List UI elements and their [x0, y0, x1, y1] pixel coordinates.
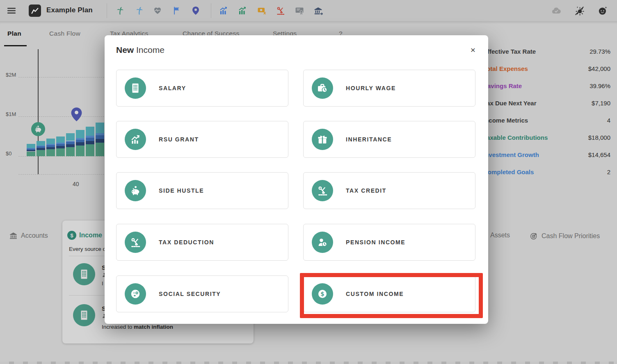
modal-title: New Income: [116, 45, 165, 55]
bank-icon: [9, 231, 18, 240]
bar-segment-teal-top: [96, 123, 104, 133]
certificate-icon[interactable]: [294, 5, 305, 16]
bar-segment-bottom-green: [76, 146, 85, 156]
income-item-detail: I: [102, 280, 103, 287]
metric-value: $14,654: [588, 151, 610, 158]
metric-label: Effective Tax Rate: [483, 48, 536, 55]
cloud-synced-icon[interactable]: [551, 5, 562, 16]
option-inheritance[interactable]: INHERITANCE: [303, 121, 475, 158]
palm-tree-green-icon[interactable]: [114, 5, 125, 16]
inflation-note-prefix: Increased to: [102, 324, 134, 330]
y-axis-tick: $0: [6, 150, 11, 157]
plan-title: Example Plan: [46, 6, 93, 14]
chart-growth-blue-icon[interactable]: [218, 5, 229, 16]
bar-segment-navy: [56, 146, 65, 148]
option-label: HOURLY WAGE: [346, 85, 396, 91]
metric-label: Tax Due Next Year: [483, 100, 537, 107]
bar-segment-teal-top: [46, 139, 55, 144]
modal-title-bold: New: [116, 45, 134, 55]
metric-value: $18,000: [588, 134, 610, 141]
bar-segment-blue: [37, 146, 45, 148]
option-pension-income[interactable]: PENSION INCOME: [303, 224, 475, 261]
option-custom-income[interactable]: $ CUSTOM INCOME: [303, 275, 475, 312]
metric-row: Total Expenses$42,000: [483, 65, 610, 72]
piggy-bank-marker-icon[interactable]: [31, 122, 45, 136]
metric-label: Taxable Contributions: [483, 134, 548, 141]
bar-segment-teal-top: [27, 144, 35, 148]
metric-label: Investment Growth: [483, 151, 539, 158]
option-social-security[interactable]: SOCIAL SECURITY: [116, 275, 288, 312]
chart-growth-green-icon[interactable]: [237, 5, 248, 16]
heart-pulse-icon[interactable]: [152, 5, 163, 16]
briefcase-clock-icon: [312, 77, 333, 99]
stock-growth-icon: [125, 129, 146, 150]
metric-label: Completed Goals: [483, 168, 534, 175]
bar-segment-blue: [66, 142, 75, 144]
bar-segment-bottom-green: [96, 143, 104, 156]
inflation-note-bold: match inflation: [134, 324, 173, 330]
metric-value: $42,000: [588, 65, 610, 72]
bar-segment-navy: [76, 142, 85, 146]
map-pin-marker-icon[interactable]: [70, 108, 83, 121]
assets-label: Assets: [490, 232, 510, 239]
flag-icon[interactable]: [171, 5, 182, 16]
option-rsu-grant[interactable]: RSU GRANT: [116, 121, 288, 158]
top-toolbar: Example Plan x: [0, 0, 617, 22]
bar-segment-bottom-green: [27, 152, 35, 157]
tab-plan[interactable]: Plan: [7, 30, 21, 37]
option-label: SIDE HUSTLE: [159, 187, 204, 194]
bar-segment-light-blue: [46, 144, 55, 145]
svg-text:x: x: [263, 11, 266, 15]
metric-row: Tax Due Next Year$7,190: [483, 100, 610, 107]
money-loss-icon[interactable]: x: [256, 5, 267, 16]
bar-segment-blue: [56, 144, 65, 146]
bar-segment-navy: [46, 147, 55, 149]
metric-value: $7,190: [592, 100, 610, 107]
bar-segment-bottom-green: [46, 149, 55, 156]
tab-cash-flow[interactable]: Cash Flow: [49, 30, 80, 37]
bar-segment-blue: [76, 140, 85, 143]
accounts-section-header[interactable]: Accounts: [9, 231, 48, 240]
scissors-icon[interactable]: [275, 5, 286, 16]
account-avatar-icon[interactable]: [597, 5, 608, 16]
palm-tree-blue-icon[interactable]: [133, 5, 144, 16]
bar-segment-blue: [27, 149, 35, 150]
bar-segment-blue: [96, 135, 104, 139]
option-tax-credit[interactable]: TAX CREDIT: [303, 172, 475, 209]
close-icon[interactable]: ×: [466, 43, 480, 57]
bar-segment-teal-top: [56, 136, 65, 143]
app-logo-chart-icon[interactable]: [29, 5, 41, 17]
x-axis-tick: 40: [73, 181, 79, 187]
bar-segment-light-blue: [86, 136, 94, 138]
bar-segment-teal-top: [76, 130, 85, 138]
toolbar-divider: [107, 3, 107, 18]
cash-flow-priorities-header[interactable]: Cash Flow Priorities: [530, 232, 600, 240]
gift-icon: [312, 129, 333, 150]
inflation-note: Increased to match inflation: [102, 324, 173, 330]
option-label: CUSTOM INCOME: [346, 291, 404, 297]
y-axis-tick: $1M: [6, 111, 16, 117]
map-pin-icon[interactable]: [190, 5, 201, 16]
bank-transfer-icon[interactable]: [313, 5, 324, 16]
menu-icon[interactable]: [6, 5, 17, 16]
dollar-circle-icon: $: [312, 283, 333, 305]
option-label: RSU GRANT: [159, 136, 199, 143]
bar-segment-light-blue: [37, 146, 45, 146]
metric-row: Investment Growth$14,654: [483, 151, 610, 158]
scissors-cut-icon: [125, 232, 146, 253]
target-arrow-icon: [530, 232, 538, 240]
bar-segment-light-blue: [27, 148, 35, 149]
theme-toggle-icon[interactable]: [574, 5, 585, 16]
cash-flow-priorities-label: Cash Flow Priorities: [542, 232, 600, 240]
assets-section-header[interactable]: Assets: [490, 232, 510, 239]
salary-item-icon[interactable]: [73, 263, 95, 285]
option-side-hustle[interactable]: SIDE HUSTLE: [116, 172, 288, 209]
metric-label: Savings Rate: [483, 82, 522, 89]
option-hourly-wage[interactable]: HOURLY WAGE: [303, 70, 475, 107]
option-tax-deduction[interactable]: TAX DEDUCTION: [116, 224, 288, 261]
option-salary[interactable]: SALARY: [116, 70, 288, 107]
salary-item-icon[interactable]: [73, 304, 95, 326]
metric-label: Total Expenses: [483, 65, 528, 72]
income-panel-title: Income: [79, 232, 102, 239]
toolbar-divider: [211, 3, 211, 18]
